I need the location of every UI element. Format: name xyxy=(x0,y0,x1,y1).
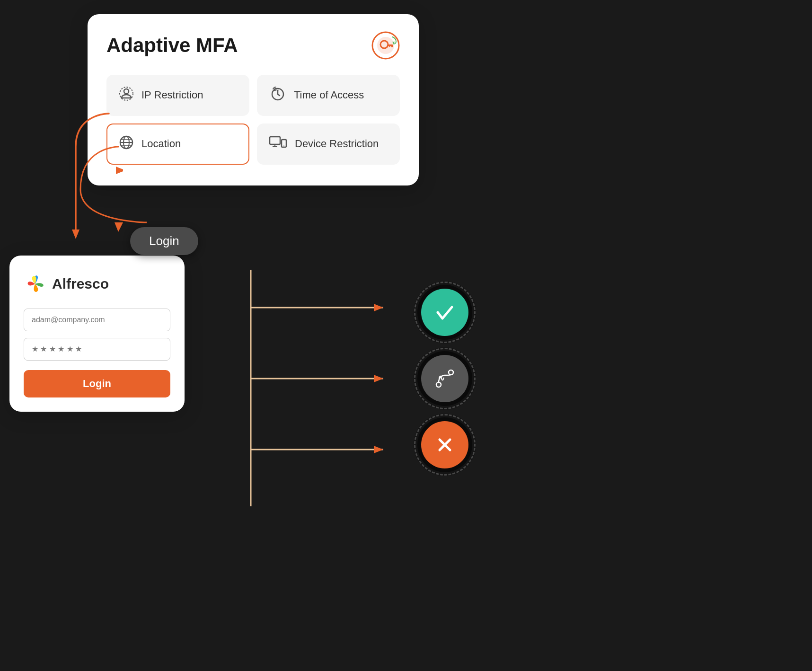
svg-rect-4 xyxy=(391,44,393,47)
svg-rect-15 xyxy=(270,137,280,144)
mfa-required-icon: ∿ xyxy=(421,355,468,402)
device-restriction-label: Device Restriction xyxy=(295,137,379,151)
email-input[interactable] xyxy=(24,309,170,331)
mfa-logo-icon xyxy=(371,31,400,60)
svg-marker-21 xyxy=(72,230,79,239)
svg-point-31 xyxy=(449,370,453,375)
login-arrow xyxy=(62,109,123,251)
svg-marker-27 xyxy=(374,304,383,311)
clock-24-icon: 24 xyxy=(269,86,286,105)
location-label: Location xyxy=(141,137,181,151)
mfa-item-time-of-access[interactable]: 24 Time of Access xyxy=(257,75,400,116)
login-button[interactable]: Login xyxy=(24,370,170,397)
svg-text:∿: ∿ xyxy=(438,373,445,383)
svg-marker-28 xyxy=(374,375,383,382)
mfa-card-header: Adaptive MFA xyxy=(106,31,400,60)
svg-marker-22 xyxy=(116,167,123,174)
alfresco-logo: Alfresco xyxy=(24,273,170,295)
person-pin-icon xyxy=(119,86,134,105)
denied-icon xyxy=(421,421,468,468)
login-card: Alfresco Login xyxy=(9,256,185,412)
login-bubble: Login xyxy=(130,227,198,255)
mfa-card-title: Adaptive MFA xyxy=(106,34,238,57)
svg-point-6 xyxy=(124,89,129,94)
svg-rect-5 xyxy=(389,44,390,47)
ip-restriction-label: IP Restriction xyxy=(141,88,203,102)
alfresco-name: Alfresco xyxy=(52,276,109,292)
mfa-grid: IP Restriction 24 Time of Access xyxy=(106,75,400,165)
devices-icon xyxy=(269,135,287,153)
time-of-access-label: Time of Access xyxy=(294,88,364,102)
svg-marker-29 xyxy=(374,446,383,453)
success-icon xyxy=(421,289,468,336)
mfa-item-device-restriction[interactable]: Device Restriction xyxy=(257,124,400,165)
password-input[interactable] xyxy=(24,338,170,361)
flow-lines xyxy=(180,265,435,511)
mfa-item-ip-restriction[interactable]: IP Restriction xyxy=(106,75,249,116)
svg-point-30 xyxy=(436,382,441,387)
alfresco-logo-icon xyxy=(24,273,46,295)
